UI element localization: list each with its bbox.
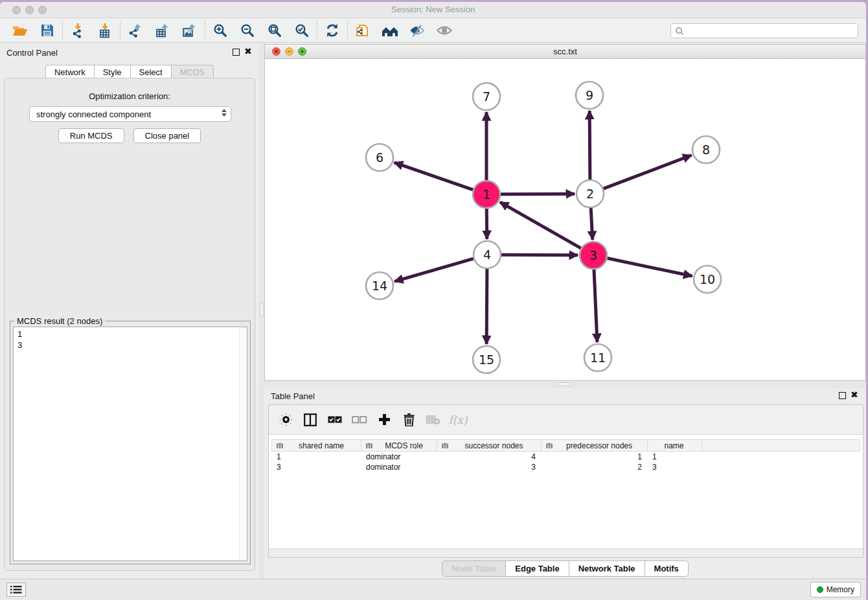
memory-status-icon (817, 586, 823, 593)
table-row[interactable]: 1dominator411 (271, 452, 860, 462)
graph-edge-2-3[interactable] (591, 208, 593, 240)
tab-edge-table[interactable]: Edge Table (506, 560, 569, 577)
graph-edge-2-9[interactable] (589, 111, 590, 179)
network-canvas-svg: 7968124314101511 (265, 59, 865, 380)
graph-node-3[interactable]: 3 (580, 242, 607, 269)
graph-node-14[interactable]: 14 (366, 272, 393, 299)
graph-node-9[interactable]: 9 (576, 82, 603, 109)
graph-node-6[interactable]: 6 (366, 144, 393, 171)
table-cell: 3 (271, 462, 361, 472)
splitter-handle[interactable] (557, 382, 571, 386)
search-input[interactable] (684, 24, 858, 38)
network-window-title: scc.txt (265, 47, 865, 56)
result-scrollbar[interactable] (239, 327, 247, 560)
column-header-name[interactable]: name (648, 440, 702, 451)
graph-edge-1-4[interactable] (486, 209, 487, 239)
network-canvas[interactable]: 7968124314101511 (265, 59, 865, 380)
float-panel-icon[interactable] (233, 49, 240, 56)
graph-node-label: 7 (483, 89, 490, 104)
toolbar-group (207, 21, 315, 40)
graph-node-11[interactable]: 11 (584, 344, 611, 371)
close-panel-button[interactable]: Close panel (133, 128, 201, 143)
list-icon (10, 585, 22, 594)
refresh-icon[interactable] (319, 21, 346, 40)
graph-node-4[interactable]: 4 (474, 241, 501, 268)
delete-icon[interactable] (398, 410, 419, 430)
share-document-icon[interactable] (349, 21, 376, 40)
graph-node-label: 2 (586, 187, 594, 201)
table-cell: 1 (541, 452, 647, 462)
gear-icon[interactable] (275, 410, 296, 430)
table-row[interactable]: 3dominator323 (271, 462, 860, 472)
eye-icon[interactable] (431, 21, 458, 40)
column-header-predecessor-nodes[interactable]: predecessor nodes (542, 440, 648, 451)
stepper-icon (222, 109, 227, 117)
tab-network-table[interactable]: Network Table (569, 560, 645, 577)
task-history-button[interactable] (6, 583, 26, 597)
zoom-out-icon[interactable] (234, 21, 261, 40)
vertical-splitter[interactable] (259, 43, 264, 580)
search-box[interactable] (670, 23, 858, 38)
horizontal-splitter[interactable] (264, 381, 866, 388)
graph-edge-4-15[interactable] (486, 269, 487, 344)
zoom-fit-icon[interactable] (261, 21, 288, 40)
graph-node-8[interactable]: 8 (692, 136, 720, 163)
close-panel-icon[interactable]: ✖ (244, 47, 252, 56)
graph-node-10[interactable]: 10 (694, 266, 721, 293)
toolbar-separator (347, 22, 348, 39)
export-image-icon[interactable] (176, 21, 203, 40)
graph-edge-1-2[interactable] (501, 194, 575, 194)
table-cell: 4 (437, 452, 541, 462)
graph-node-7[interactable]: 7 (473, 83, 500, 110)
sort-icon (441, 442, 449, 449)
export-network-icon[interactable] (122, 21, 149, 40)
graph-node-label: 9 (586, 88, 593, 102)
export-table-icon[interactable] (149, 21, 176, 40)
graph-edge-2-8[interactable] (604, 156, 692, 189)
toolbar-separator (120, 22, 120, 39)
graph-node-1[interactable]: 1 (473, 181, 500, 208)
column-header-successor-nodes[interactable]: successor nodes (437, 440, 542, 451)
import-network-icon[interactable] (64, 21, 91, 40)
graph-node-15[interactable]: 15 (473, 346, 500, 373)
tab-motifs[interactable]: Motifs (645, 560, 689, 577)
graph-edge-1-6[interactable] (394, 163, 474, 190)
float-table-panel-icon[interactable] (839, 392, 846, 399)
column-header-MCDS-role[interactable]: MCDS role (361, 440, 437, 451)
graph-node-label: 14 (372, 279, 387, 293)
close-table-panel-icon[interactable]: ✖ (851, 390, 858, 399)
save-icon[interactable] (34, 21, 61, 40)
columns-icon[interactable] (300, 410, 321, 430)
select-all-icon[interactable] (325, 410, 345, 430)
graph-edge-4-3[interactable] (501, 255, 578, 255)
graph-edge-3-11[interactable] (594, 270, 597, 342)
add-icon[interactable] (374, 410, 394, 430)
splitter-handle[interactable] (260, 303, 264, 317)
toolbar-group (6, 21, 61, 40)
mcds-result-text[interactable]: 13 (13, 327, 247, 561)
run-mcds-button[interactable]: Run MCDS (58, 128, 124, 143)
graph-node-label: 4 (483, 248, 491, 262)
table-body: 1dominator4113dominator323 (271, 452, 860, 472)
deselect-all-icon[interactable] (349, 410, 370, 430)
hide-eye-icon[interactable] (404, 21, 431, 40)
criterion-dropdown[interactable]: strongly connected component (29, 106, 231, 122)
import-table-icon[interactable] (91, 21, 119, 40)
table-cell: 2 (541, 462, 647, 472)
table-tabs: Node TableEdge TableNetwork TableMotifs (264, 560, 866, 577)
graph-edge-3-10[interactable] (608, 259, 692, 277)
table-cell: 1 (647, 452, 702, 462)
graph-edge-3-1[interactable] (500, 202, 581, 248)
memory-button[interactable]: Memory (810, 582, 861, 597)
toolbar-group (64, 21, 119, 40)
graph-node-2[interactable]: 2 (577, 180, 604, 207)
network-window-titlebar[interactable]: × − + scc.txt (265, 45, 865, 59)
open-folder-icon[interactable] (6, 21, 34, 40)
home-icon[interactable] (376, 21, 404, 40)
column-header-shared-name[interactable]: shared name (272, 440, 361, 451)
graph-edge-4-14[interactable] (394, 259, 474, 281)
tab-node-table[interactable]: Node Table (442, 560, 506, 577)
toolbar-group (319, 21, 346, 40)
zoom-selected-icon[interactable] (288, 21, 315, 40)
zoom-in-icon[interactable] (207, 21, 234, 40)
